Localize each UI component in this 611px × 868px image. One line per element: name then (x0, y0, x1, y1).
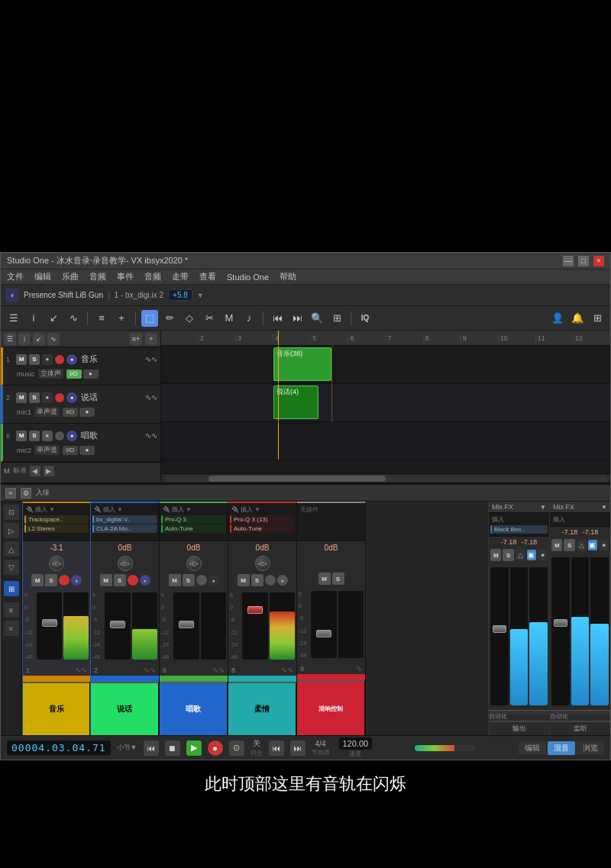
tool-info[interactable]: i (25, 310, 42, 327)
fx-out-solo[interactable]: S (503, 549, 513, 561)
ch6-fader-track[interactable] (173, 592, 199, 660)
tool-diamond[interactable]: ◇ (181, 310, 198, 327)
menu-event[interactable]: 事件 (117, 271, 134, 282)
track-2-solo[interactable]: S (29, 392, 40, 403)
track-tool-slash[interactable]: ↙ (33, 333, 45, 345)
track-2-monitor[interactable]: ● (66, 392, 77, 403)
tool-zoom[interactable]: 🔍 (309, 310, 325, 327)
track-6-rec[interactable] (55, 431, 64, 440)
ch1-insert-arrow[interactable]: ▼ (49, 506, 55, 513)
ch2-mute-btn[interactable]: M (100, 574, 112, 586)
track-2-listen[interactable]: ● (42, 392, 53, 403)
fx-out-arr1[interactable]: △ (516, 550, 525, 560)
tool-rewind[interactable]: ⏮ (269, 310, 286, 327)
ch9-fader-thumb[interactable] (316, 630, 331, 637)
track-scroll-left[interactable]: ◀ (30, 466, 40, 476)
menu-transport[interactable]: 走带 (172, 271, 189, 282)
fx-mon-solo[interactable]: S (564, 539, 574, 551)
ch6-insert-2[interactable]: Auto-Tune (161, 524, 226, 533)
fx-out-arr3[interactable]: ● (538, 550, 548, 560)
menu-studioone[interactable]: Studio One (227, 273, 269, 282)
clip-1[interactable]: 音乐(38) (273, 347, 331, 381)
ch9-solo-btn[interactable]: S (332, 573, 344, 585)
ch9-mute-btn[interactable]: M (318, 573, 331, 585)
ch1-send-knob[interactable]: <C> (49, 556, 64, 571)
ch8-solo-btn[interactable]: S (251, 574, 263, 586)
track-scroll-right[interactable]: ▶ (44, 466, 54, 476)
ch1-insert-2[interactable]: L2 Stereo (24, 524, 89, 533)
ch1-rec-btn[interactable] (59, 575, 70, 586)
fx-out-insert-1[interactable]: Black Box.. (490, 525, 548, 534)
track-tool-list[interactable]: ☰ (4, 333, 16, 345)
ch8-insert-2[interactable]: Auto-Tune (230, 524, 295, 533)
transport-goto-start[interactable]: ⏮ (144, 741, 159, 756)
ch8-fader-track[interactable] (242, 592, 268, 660)
ch1-fader-track[interactable] (37, 592, 62, 660)
clip-2[interactable]: 说话(4) (273, 386, 318, 419)
mixer-left-btn-5[interactable]: ≡ (4, 602, 19, 618)
track-6-solo[interactable]: S (29, 431, 40, 441)
mixer-left-btn-1[interactable]: ⊡ (4, 505, 19, 520)
minimize-button[interactable]: — (563, 256, 574, 266)
track-lane-2[interactable]: 说话(4) (161, 384, 610, 422)
h-scrollbar[interactable] (161, 473, 610, 482)
track-6-io-off[interactable]: ● (79, 446, 95, 455)
menu-song[interactable]: 乐曲 (62, 271, 79, 282)
fx-mon-arrow[interactable]: ▼ (601, 504, 607, 511)
fx-mon-arr1[interactable]: △ (577, 540, 587, 550)
ch8-mute-btn[interactable]: M (238, 574, 250, 586)
ch2-rec-btn[interactable] (128, 575, 138, 586)
menu-edit[interactable]: 编辑 (34, 271, 51, 282)
ch2-insert-arrow[interactable]: ▼ (117, 506, 123, 513)
ch8-insert-arrow[interactable]: ▼ (254, 506, 260, 513)
tool-select[interactable]: ☰ (5, 310, 22, 327)
fx-mon-fader-track[interactable] (551, 557, 570, 705)
mixer-left-btn-active[interactable]: ⊞ (4, 581, 19, 596)
ch8-rec-btn[interactable] (265, 575, 276, 586)
track-2-io-off[interactable]: ● (79, 408, 95, 417)
ch6-rec-btn[interactable] (196, 575, 207, 586)
ch1-insert-1[interactable]: Trackspace.. (24, 515, 89, 524)
mixer-close[interactable]: × (5, 488, 16, 499)
track-1-mute[interactable]: M (16, 354, 27, 365)
fx-mon-fader-thumb[interactable] (554, 619, 567, 627)
mixer-settings[interactable]: ⚙ (21, 488, 31, 499)
track-1-monitor[interactable]: ● (66, 354, 77, 365)
track-lane-6[interactable] (161, 422, 610, 460)
track-6-listen[interactable]: ● (42, 431, 53, 441)
fx-out-fader-thumb[interactable] (493, 625, 506, 633)
transport-time-display[interactable]: 00004.03.04.71 (7, 741, 111, 755)
menu-file[interactable]: 文件 (7, 271, 24, 282)
tool-cursor[interactable]: ⬚ (141, 310, 158, 327)
track-tool-wave[interactable]: ∿ (47, 333, 60, 345)
ch1-fader-thumb[interactable] (42, 619, 57, 627)
presence-dropdown-arrow[interactable]: ▼ (197, 292, 204, 299)
track-add-button[interactable]: ≡+ (130, 333, 142, 345)
transport-loop[interactable]: ⊙ (229, 741, 244, 756)
menu-audio[interactable]: 音频 (89, 271, 106, 282)
tool-fastfwd[interactable]: ⏭ (289, 310, 306, 327)
transport-play[interactable]: ▶ (186, 741, 202, 756)
tool-add[interactable]: + (113, 310, 130, 327)
ch1-mon-btn[interactable]: ● (71, 575, 82, 586)
track-1-solo[interactable]: S (29, 354, 40, 365)
transport-next-marker[interactable]: ⏭ (290, 741, 306, 756)
tool-mute[interactable]: M (221, 310, 238, 327)
ch8-fader-thumb[interactable] (247, 606, 263, 614)
fx-out-arr2[interactable]: ▣ (527, 550, 537, 560)
menu-audio2[interactable]: 音频 (144, 271, 161, 282)
ch2-insert-1[interactable]: bx_digital V.. (92, 515, 157, 524)
close-button[interactable]: × (593, 256, 604, 266)
tool-zoom2[interactable]: ⊞ (328, 310, 345, 327)
track-6-monitor[interactable]: ● (66, 431, 77, 441)
ch2-mon-btn[interactable]: ● (140, 575, 150, 586)
maximize-button[interactable]: □ (578, 256, 589, 266)
ch6-insert-1[interactable]: Pro-Q 3 (161, 515, 226, 524)
ch8-insert-1[interactable]: Pro-Q 3 (13) (230, 515, 295, 524)
fx-mon-arr2[interactable]: ▣ (588, 540, 598, 550)
fx-mon-mute[interactable]: M (551, 539, 562, 551)
tool-panels[interactable]: ⊞ (589, 310, 606, 327)
tool-bell[interactable]: 🔔 (569, 310, 586, 327)
track-6-io-on[interactable]: I/O (63, 446, 78, 455)
track-1-listen[interactable]: ● (42, 354, 53, 365)
